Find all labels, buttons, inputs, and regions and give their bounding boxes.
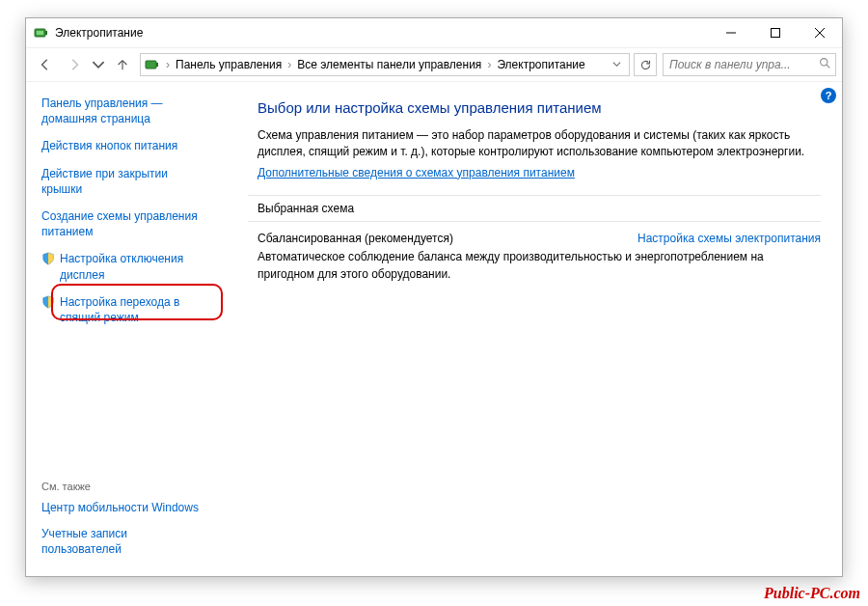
close-button[interactable] — [798, 18, 842, 47]
shield-icon — [41, 252, 55, 265]
sidebar-footer-header: См. также — [41, 481, 209, 492]
content-area: Панель управления — домашняя страница Де… — [26, 82, 842, 576]
battery-icon — [145, 57, 160, 72]
breadcrumb-box[interactable]: › Панель управления › Все элементы панел… — [140, 53, 630, 76]
plan-name: Сбалансированная (рекомендуется) — [258, 232, 453, 245]
minimize-button[interactable] — [709, 18, 753, 47]
plan-settings-link[interactable]: Настройка схемы электропитания — [637, 232, 821, 245]
page-heading: Выбор или настройка схемы управления пит… — [258, 99, 821, 116]
sidebar-item-display-off[interactable]: Настройка отключения дисплея — [41, 251, 209, 282]
chevron-right-icon[interactable]: › — [164, 58, 172, 71]
window-title: Электропитание — [55, 26, 709, 40]
sidebar-item-lid-close[interactable]: Действие при закрытии крышки — [41, 166, 209, 197]
battery-icon — [34, 25, 49, 41]
address-bar: › Панель управления › Все элементы панел… — [26, 47, 842, 82]
refresh-button[interactable] — [634, 53, 657, 76]
breadcrumb-item[interactable]: Панель управления — [176, 58, 282, 71]
section-header-selected-plan: Выбранная схема — [248, 195, 821, 222]
window-controls — [709, 18, 842, 47]
sidebar-item-home[interactable]: Панель управления — домашняя страница — [41, 96, 209, 126]
breadcrumb-item[interactable]: Все элементы панели управления — [297, 58, 481, 71]
svg-rect-7 — [156, 63, 158, 67]
sidebar-item-sleep[interactable]: Настройка перехода в спящий режим — [41, 294, 209, 325]
titlebar: Электропитание — [26, 18, 842, 47]
search-input[interactable] — [667, 57, 815, 72]
plan-description: Автоматическое соблюдение баланса между … — [258, 249, 821, 283]
address-dropdown-button[interactable] — [609, 58, 625, 71]
search-box[interactable] — [663, 53, 836, 76]
search-icon[interactable] — [819, 57, 831, 72]
chevron-right-icon[interactable]: › — [285, 58, 293, 71]
svg-rect-6 — [146, 61, 156, 69]
forward-button[interactable] — [61, 51, 88, 78]
main-panel: ? Выбор или настройка схемы управления п… — [209, 82, 842, 576]
sidebar-item-label: Панель управления — домашняя страница — [41, 96, 205, 126]
sidebar-item-power-buttons[interactable]: Действия кнопок питания — [41, 138, 209, 153]
question-icon: ? — [826, 90, 832, 101]
sidebar-item-label: Действие при закрытии крышки — [41, 166, 205, 197]
learn-more-link[interactable]: Дополнительные сведения о схемах управле… — [258, 166, 575, 179]
svg-rect-3 — [772, 29, 780, 38]
help-button[interactable]: ? — [821, 88, 836, 103]
svg-line-9 — [827, 65, 829, 68]
maximize-button[interactable] — [753, 18, 798, 47]
sidebar-item-create-plan[interactable]: Создание схемы управления питанием — [41, 208, 209, 239]
window-frame: Электропитание — [25, 17, 843, 577]
sidebar-footer-mobility[interactable]: Центр мобильности Windows — [41, 500, 209, 515]
up-button[interactable] — [109, 51, 136, 78]
sidebar-item-label: Настройка перехода в спящий режим — [60, 294, 205, 325]
svg-point-8 — [821, 59, 827, 66]
sidebar-footer-accounts[interactable]: Учетные записи пользователей — [41, 526, 209, 557]
sidebar-item-label: Настройка отключения дисплея — [60, 251, 205, 282]
plan-row: Сбалансированная (рекомендуется) Настрой… — [258, 232, 821, 245]
sidebar-item-label: Действия кнопок питания — [41, 138, 177, 153]
svg-rect-1 — [45, 31, 47, 35]
chevron-right-icon[interactable]: › — [485, 58, 493, 71]
breadcrumb-item[interactable]: Электропитание — [497, 58, 584, 71]
shield-icon — [41, 295, 55, 309]
back-button[interactable] — [32, 51, 59, 78]
recent-locations-button[interactable] — [90, 51, 107, 78]
sidebar: Панель управления — домашняя страница Де… — [26, 82, 209, 576]
watermark: Public-PC.com — [764, 585, 860, 602]
page-intro: Схема управления питанием — это набор па… — [258, 127, 821, 161]
sidebar-item-label: Создание схемы управления питанием — [41, 208, 205, 239]
